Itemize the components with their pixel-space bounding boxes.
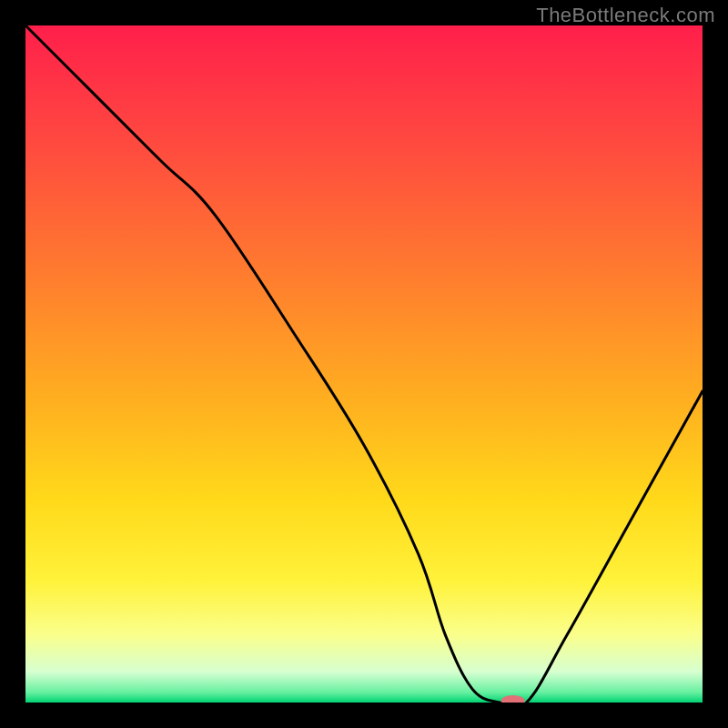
chart-frame <box>25 25 703 703</box>
chart-svg <box>25 25 703 703</box>
watermark-text: TheBottleneck.com <box>536 4 715 27</box>
